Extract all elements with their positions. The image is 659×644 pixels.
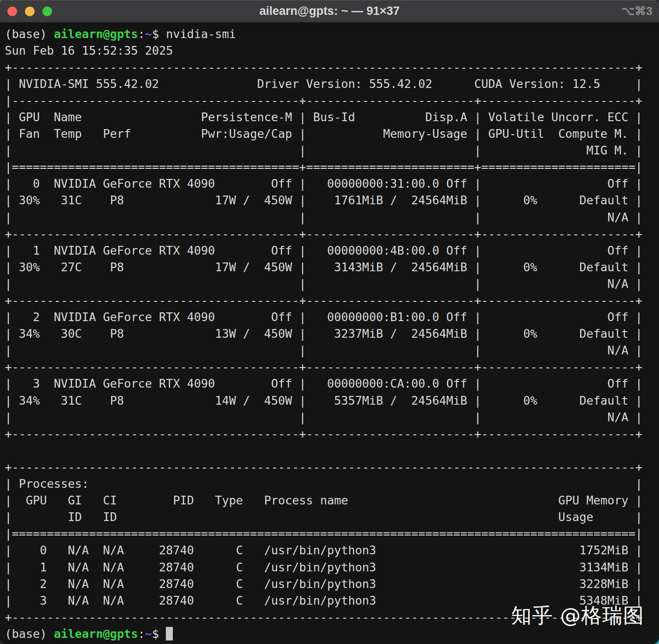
terminal-line: |=======================================… bbox=[5, 159, 659, 175]
terminal-line: | 0 N/A N/A 28740 C /usr/bin/python3 175… bbox=[5, 542, 659, 559]
terminal-line: | | | N/A | bbox=[5, 209, 659, 226]
terminal-line: | 34% 31C P8 14W / 450W | 5357MiB / 2456… bbox=[5, 392, 659, 409]
terminal-line: Sun Feb 16 15:52:35 2025 bbox=[5, 42, 659, 59]
traffic-lights bbox=[7, 0, 52, 22]
close-button[interactable] bbox=[7, 7, 17, 16]
terminal-line: +---------------------------------------… bbox=[5, 359, 659, 375]
terminal-line: +---------------------------------------… bbox=[5, 59, 659, 76]
terminal-line: | Fan Temp Perf Pwr:Usage/Cap | Memory-U… bbox=[5, 126, 659, 142]
minimize-button[interactable] bbox=[25, 7, 35, 16]
terminal-line: +---------------------------------------… bbox=[5, 292, 659, 309]
terminal-line: | ID ID Usage | bbox=[5, 509, 659, 525]
terminal-line: | 2 NVIDIA GeForce RTX 4090 Off | 000000… bbox=[5, 309, 659, 326]
terminal-line: | 34% 30C P8 13W / 450W | 3237MiB / 2456… bbox=[5, 326, 659, 342]
watermark-text: 知乎 @格瑞图 bbox=[511, 602, 644, 630]
terminal-line: | GPU Name Persistence-M | Bus-Id Disp.A… bbox=[5, 109, 659, 126]
titlebar[interactable]: ailearn@gpts: ~ — 91×37 ⌥⌘3 bbox=[0, 0, 659, 23]
terminal-line: +---------------------------------------… bbox=[5, 459, 659, 476]
terminal-line: |---------------------------------------… bbox=[5, 92, 659, 109]
terminal-window: ailearn@gpts: ~ — 91×37 ⌥⌘3 (base) ailea… bbox=[0, 0, 659, 644]
terminal-line: | NVIDIA-SMI 555.42.02 Driver Version: 5… bbox=[5, 76, 659, 92]
terminal-line: | Processes: | bbox=[5, 476, 659, 492]
terminal-line: | | | N/A | bbox=[5, 342, 659, 359]
terminal-line: | 1 NVIDIA GeForce RTX 4090 Off | 000000… bbox=[5, 242, 659, 259]
terminal-line: | 3 NVIDIA GeForce RTX 4090 Off | 000000… bbox=[5, 375, 659, 392]
terminal-line bbox=[5, 442, 659, 459]
terminal-line: | | | MIG M. | bbox=[5, 142, 659, 159]
terminal-line: | | | N/A | bbox=[5, 409, 659, 426]
terminal-line: | 1 N/A N/A 28740 C /usr/bin/python3 313… bbox=[5, 559, 659, 576]
terminal-line: (base) ailearn@gpts:~$ nvidia-smi bbox=[5, 26, 659, 42]
terminal-line: | 30% 31C P8 17W / 450W | 1761MiB / 2456… bbox=[5, 192, 659, 209]
terminal-line: +---------------------------------------… bbox=[5, 226, 659, 242]
terminal-line: | GPU GI CI PID Type Process name GPU Me… bbox=[5, 492, 659, 509]
terminal-line: | | | N/A | bbox=[5, 276, 659, 292]
terminal-line: |=======================================… bbox=[5, 525, 659, 542]
terminal-line: | 2 N/A N/A 28740 C /usr/bin/python3 322… bbox=[5, 576, 659, 592]
fullscreen-button[interactable] bbox=[42, 7, 52, 16]
terminal-line: | 30% 27C P8 17W / 450W | 3143MiB / 2456… bbox=[5, 259, 659, 276]
window-title: ailearn@gpts: ~ — 91×37 bbox=[0, 4, 659, 18]
terminal-output[interactable]: (base) ailearn@gpts:~$ nvidia-smiSun Feb… bbox=[0, 23, 659, 644]
terminal-line: +---------------------------------------… bbox=[5, 426, 659, 442]
terminal-line: | 0 NVIDIA GeForce RTX 4090 Off | 000000… bbox=[5, 175, 659, 192]
window-shortcut: ⌥⌘3 bbox=[622, 0, 652, 22]
